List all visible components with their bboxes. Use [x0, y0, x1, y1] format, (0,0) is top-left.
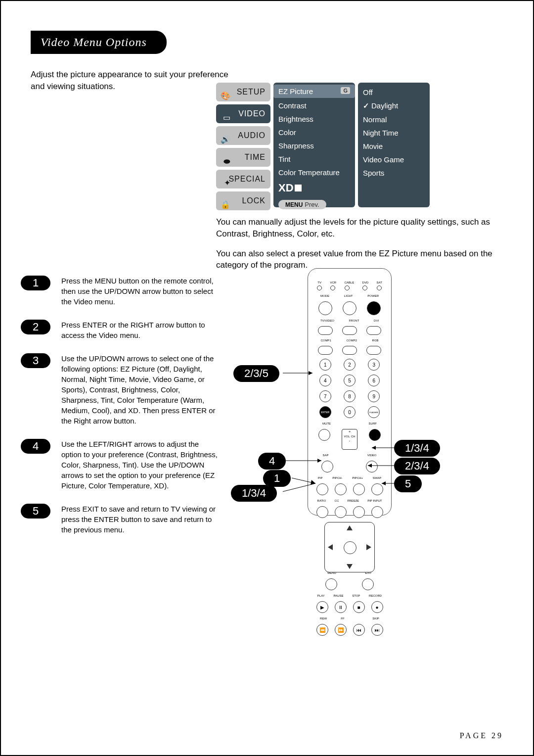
- dvi-button[interactable]: [366, 326, 381, 335]
- num-7-button[interactable]: 7: [319, 390, 331, 402]
- star-icon: ✦: [220, 174, 231, 185]
- record-button[interactable]: ●: [371, 601, 383, 613]
- value-movie[interactable]: Movie: [363, 140, 425, 153]
- led-tv-label: TV: [317, 281, 321, 284]
- light-button[interactable]: [343, 301, 356, 315]
- left-arrow-button[interactable]: [328, 544, 333, 550]
- skip-back-button[interactable]: ⏮: [353, 624, 365, 636]
- num-5-button[interactable]: 5: [344, 375, 356, 386]
- skip-fwd-button[interactable]: ⏭: [371, 624, 383, 636]
- value-night-time[interactable]: Night Time: [363, 126, 425, 140]
- mode-button[interactable]: [318, 301, 332, 315]
- step-3: 3Use the UP/DOWN arrows to select one of…: [21, 353, 219, 426]
- num-2-button[interactable]: 2: [344, 359, 356, 371]
- stop-label: STOP: [352, 594, 360, 597]
- option-color[interactable]: Color: [278, 126, 350, 139]
- prev-button[interactable]: MENUPrev.: [278, 200, 326, 209]
- down-arrow-button[interactable]: [347, 564, 353, 569]
- exit-button[interactable]: [362, 578, 374, 590]
- callout-enter: 2/3/5: [233, 365, 279, 382]
- cc-label: CC: [335, 499, 339, 502]
- enter-button[interactable]: ENTER: [319, 406, 331, 418]
- led-icon: [330, 285, 335, 290]
- freeze-button[interactable]: [353, 506, 365, 518]
- play-button[interactable]: ▶: [316, 601, 328, 613]
- right-arrow-button[interactable]: [366, 544, 371, 550]
- up-arrow-button[interactable]: [347, 525, 353, 530]
- num-9-button[interactable]: 9: [368, 390, 380, 402]
- surf-button[interactable]: [369, 429, 381, 441]
- sap-button[interactable]: [321, 461, 333, 472]
- step-text: Press the MENU button on the remote cont…: [61, 276, 219, 307]
- ratio-button[interactable]: [316, 506, 328, 518]
- step-list: 1Press the MENU button on the remote con…: [21, 276, 219, 548]
- comp2-button[interactable]: [342, 346, 357, 355]
- ff-button[interactable]: ⏩: [335, 624, 347, 636]
- swap-button[interactable]: [371, 483, 383, 495]
- num-1-button[interactable]: 1: [319, 359, 331, 371]
- rgb-button[interactable]: [366, 346, 381, 355]
- option-ez-picture[interactable]: EZ PictureG: [273, 85, 355, 98]
- num-3-button[interactable]: 3: [368, 359, 380, 371]
- rew-label: REW: [320, 617, 327, 620]
- value-off[interactable]: Off: [363, 86, 425, 99]
- pip-button[interactable]: [316, 483, 328, 495]
- step-number: 2: [21, 320, 50, 334]
- btn-mode-label: MODE: [320, 294, 329, 297]
- menu-button[interactable]: [325, 578, 337, 590]
- step-5: 5Press EXIT to save and return to TV vie…: [21, 504, 219, 535]
- dpad-center-button[interactable]: [344, 541, 356, 554]
- num-4-button[interactable]: 4: [319, 375, 331, 386]
- step-number: 1: [21, 276, 50, 290]
- callout-left: 4: [258, 453, 286, 470]
- mute-button[interactable]: [318, 429, 330, 441]
- option-contrast[interactable]: Contrast: [278, 99, 350, 112]
- option-tint[interactable]: Tint: [278, 152, 350, 166]
- video-button[interactable]: [366, 461, 378, 472]
- value-daylight[interactable]: ✓Daylight: [363, 99, 425, 113]
- pipch-minus-button[interactable]: [335, 483, 347, 495]
- power-button[interactable]: [367, 301, 381, 315]
- option-brightness[interactable]: Brightness: [278, 112, 350, 126]
- tab-label: VIDEO: [238, 109, 266, 118]
- vol-ch-rocker[interactable]: +VOL CH-: [342, 429, 357, 450]
- pause-button[interactable]: ⏸: [335, 601, 347, 613]
- tab-video[interactable]: ▭VIDEO: [216, 104, 270, 123]
- stop-button[interactable]: ■: [353, 601, 365, 613]
- tab-lock[interactable]: 🔒LOCK: [216, 191, 270, 210]
- step-number: 3: [21, 353, 50, 368]
- btn-light-label: LIGHT: [344, 294, 353, 297]
- tab-special[interactable]: ✦SPECIAL: [216, 170, 270, 189]
- led-vcr-label: VCR: [330, 281, 337, 284]
- record-label: RECORD: [369, 594, 382, 597]
- play-label: PLAY: [317, 594, 325, 597]
- value-sports[interactable]: Sports: [363, 166, 425, 180]
- option-xd[interactable]: XD: [278, 179, 350, 197]
- video-options-panel: EZ PictureG Contrast Brightness Color Sh…: [273, 83, 355, 207]
- rew-button[interactable]: ⏪: [316, 624, 328, 636]
- sap-label: SAP: [323, 454, 329, 457]
- led-icon: [362, 285, 367, 290]
- pipch-plus-button[interactable]: [353, 483, 365, 495]
- option-label: EZ Picture: [278, 87, 313, 95]
- cc-button[interactable]: [335, 506, 347, 518]
- btn-comp2-label: COMP2: [346, 339, 356, 342]
- num-0-button[interactable]: 0: [344, 406, 356, 418]
- pipinput-button[interactable]: [371, 506, 383, 518]
- option-color-temperature[interactable]: Color Temperature: [278, 166, 350, 179]
- comp1-button[interactable]: [318, 346, 333, 355]
- num-8-button[interactable]: 8: [344, 390, 356, 402]
- tab-time[interactable]: ⬬TIME: [216, 148, 270, 167]
- value-video-game[interactable]: Video Game: [363, 153, 425, 166]
- tab-setup[interactable]: 🎨SETUP: [216, 83, 270, 101]
- tab-audio[interactable]: 🔊AUDIO: [216, 126, 270, 145]
- tvvideo-button[interactable]: [318, 326, 333, 335]
- pipchm-label: PIPCH-: [332, 476, 342, 479]
- freeze-label: FREEZE: [347, 499, 359, 502]
- front-button[interactable]: [342, 326, 357, 335]
- value-normal[interactable]: Normal: [363, 113, 425, 126]
- flashbk-button[interactable]: FLASHBK: [368, 406, 380, 418]
- tab-label: TIME: [245, 153, 266, 161]
- option-sharpness[interactable]: Sharpness: [278, 139, 350, 152]
- num-6-button[interactable]: 6: [368, 375, 380, 386]
